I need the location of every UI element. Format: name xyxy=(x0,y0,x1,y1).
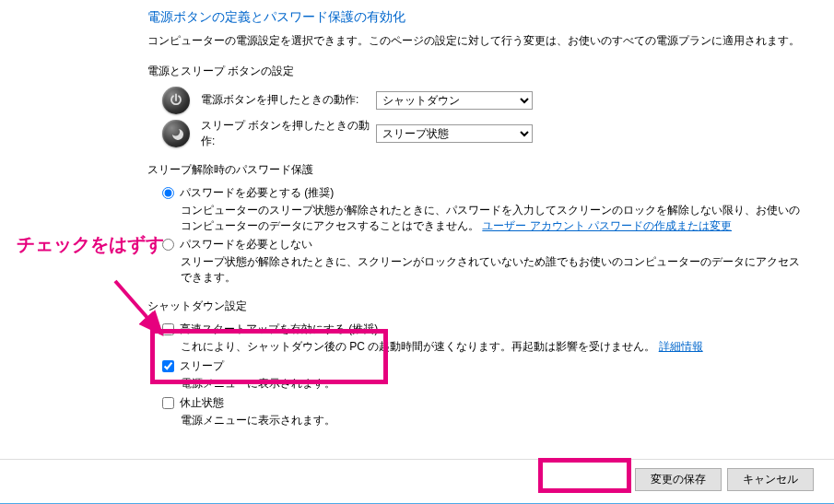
row-sleep-button-action: スリープ ボタンを押したときの動作: スリープ状態 xyxy=(162,118,806,149)
section-header-password: スリープ解除時のパスワード保護 xyxy=(147,162,806,178)
checkbox-sleep[interactable] xyxy=(162,360,174,372)
cancel-button[interactable]: キャンセル xyxy=(727,468,814,491)
checkbox-fast-startup[interactable] xyxy=(162,323,174,335)
radio-row-no-password: パスワードを必要としない xyxy=(162,237,806,252)
sleep-icon xyxy=(162,120,190,147)
bottom-button-bar: 変更の保存 キャンセル xyxy=(635,468,814,491)
power-icon xyxy=(162,87,190,114)
radio-row-require-password: パスワードを必要とする (推奨) xyxy=(162,185,806,201)
page-title: 電源ボタンの定義とパスワード保護の有効化 xyxy=(147,9,806,26)
link-fast-startup-info[interactable]: 詳細情報 xyxy=(659,340,703,353)
checkbox-fast-startup-label: 高速スタートアップを有効にする (推奨) xyxy=(180,322,378,337)
sleep-button-label: スリープ ボタンを押したときの動作: xyxy=(201,118,376,149)
checkbox-sleep-desc: 電源メニューに表示されます。 xyxy=(181,376,806,392)
annotation-box-save-button xyxy=(538,458,631,493)
checkbox-fast-startup-desc: これにより、シャットダウン後の PC の起動時間が速くなります。再起動は影響を受… xyxy=(181,339,806,355)
radio-require-password-desc: コンピューターのスリープ状態が解除されたときに、パスワードを入力してスクリーンの… xyxy=(181,203,806,234)
check-row-fast-startup: 高速スタートアップを有効にする (推奨) xyxy=(162,322,806,337)
row-power-button-action: 電源ボタンを押したときの動作: シャットダウン xyxy=(162,87,806,114)
radio-require-password[interactable] xyxy=(162,187,174,199)
save-button[interactable]: 変更の保存 xyxy=(635,468,722,491)
checkbox-hibernate[interactable] xyxy=(162,397,174,409)
page-description: コンピューターの電源設定を選択できます。このページの設定に対して行う変更は、お使… xyxy=(147,33,806,49)
check-row-sleep: スリープ xyxy=(162,358,806,374)
radio-no-password-label: パスワードを必要としない xyxy=(180,237,312,252)
checkbox-hibernate-desc: 電源メニューに表示されます。 xyxy=(181,413,806,428)
annotation-uncheck-text: チェックをはずす xyxy=(17,232,164,257)
checkbox-sleep-label: スリープ xyxy=(180,358,224,374)
checkbox-hibernate-label: 休止状態 xyxy=(180,395,224,411)
radio-require-password-label: パスワードを必要とする (推奨) xyxy=(180,185,334,201)
divider xyxy=(0,459,834,460)
section-header-buttons: 電源とスリープ ボタンの設定 xyxy=(147,64,806,79)
link-create-change-password[interactable]: ユーザー アカウント パスワードの作成または変更 xyxy=(482,219,732,232)
power-button-label: 電源ボタンを押したときの動作: xyxy=(201,92,376,108)
radio-no-password-desc: スリープ状態が解除されたときに、スクリーンがロックされていないため誰でもお使いの… xyxy=(181,254,806,286)
check-row-hibernate: 休止状態 xyxy=(162,395,806,411)
power-button-select[interactable]: シャットダウン xyxy=(376,91,533,110)
section-header-shutdown: シャットダウン設定 xyxy=(147,299,806,314)
sleep-button-select[interactable]: スリープ状態 xyxy=(376,124,533,143)
